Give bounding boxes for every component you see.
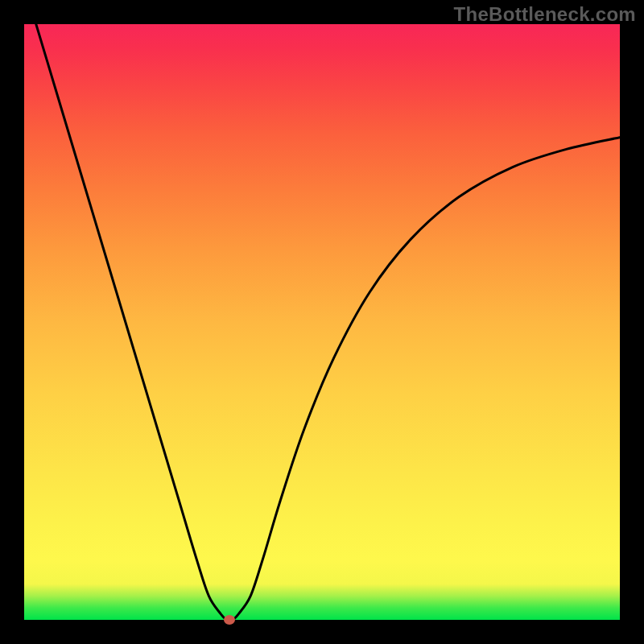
bottleneck-curve: [36, 24, 620, 620]
chart-frame: TheBottleneck.com: [0, 0, 644, 644]
curve-svg: [24, 24, 620, 620]
watermark-text: TheBottleneck.com: [454, 3, 636, 26]
plot-area: [24, 24, 620, 620]
minimum-marker: [224, 615, 235, 625]
